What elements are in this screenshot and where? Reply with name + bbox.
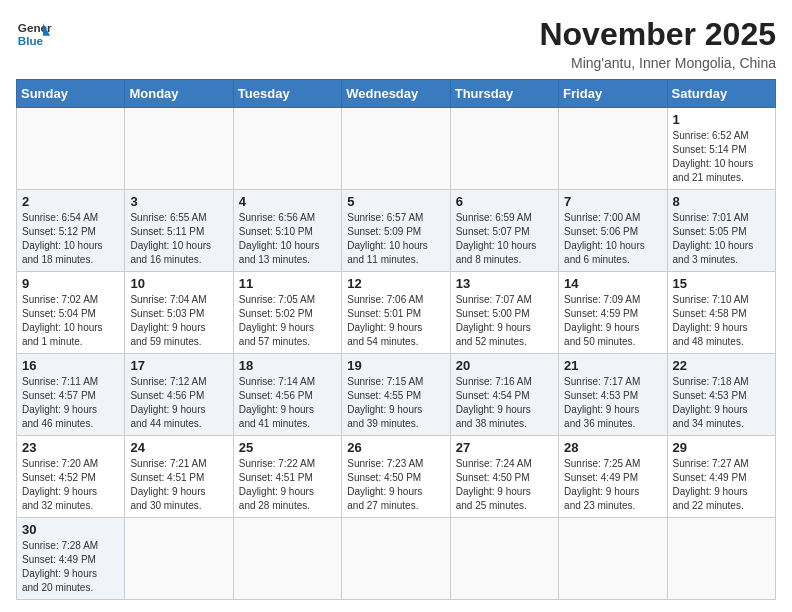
calendar-day-cell: 4Sunrise: 6:56 AM Sunset: 5:10 PM Daylig… [233, 190, 341, 272]
calendar-day-cell: 8Sunrise: 7:01 AM Sunset: 5:05 PM Daylig… [667, 190, 775, 272]
day-info: Sunrise: 7:27 AM Sunset: 4:49 PM Dayligh… [673, 457, 770, 513]
day-number: 6 [456, 194, 553, 209]
day-number: 17 [130, 358, 227, 373]
calendar-day-cell [17, 108, 125, 190]
calendar-day-cell [450, 518, 558, 600]
calendar-day-cell: 23Sunrise: 7:20 AM Sunset: 4:52 PM Dayli… [17, 436, 125, 518]
calendar-day-cell: 3Sunrise: 6:55 AM Sunset: 5:11 PM Daylig… [125, 190, 233, 272]
weekday-header: Wednesday [342, 80, 450, 108]
calendar-day-cell: 2Sunrise: 6:54 AM Sunset: 5:12 PM Daylig… [17, 190, 125, 272]
day-number: 25 [239, 440, 336, 455]
day-number: 16 [22, 358, 119, 373]
day-info: Sunrise: 7:14 AM Sunset: 4:56 PM Dayligh… [239, 375, 336, 431]
day-number: 12 [347, 276, 444, 291]
calendar-day-cell: 1Sunrise: 6:52 AM Sunset: 5:14 PM Daylig… [667, 108, 775, 190]
calendar-day-cell: 6Sunrise: 6:59 AM Sunset: 5:07 PM Daylig… [450, 190, 558, 272]
calendar-day-cell: 15Sunrise: 7:10 AM Sunset: 4:58 PM Dayli… [667, 272, 775, 354]
day-number: 1 [673, 112, 770, 127]
calendar-table: SundayMondayTuesdayWednesdayThursdayFrid… [16, 79, 776, 600]
calendar-day-cell: 11Sunrise: 7:05 AM Sunset: 5:02 PM Dayli… [233, 272, 341, 354]
calendar-day-cell [559, 518, 667, 600]
calendar-day-cell [342, 108, 450, 190]
day-info: Sunrise: 7:12 AM Sunset: 4:56 PM Dayligh… [130, 375, 227, 431]
calendar-day-cell: 28Sunrise: 7:25 AM Sunset: 4:49 PM Dayli… [559, 436, 667, 518]
weekday-header: Tuesday [233, 80, 341, 108]
calendar-day-cell: 18Sunrise: 7:14 AM Sunset: 4:56 PM Dayli… [233, 354, 341, 436]
day-info: Sunrise: 7:24 AM Sunset: 4:50 PM Dayligh… [456, 457, 553, 513]
calendar-day-cell [667, 518, 775, 600]
calendar-day-cell: 7Sunrise: 7:00 AM Sunset: 5:06 PM Daylig… [559, 190, 667, 272]
day-number: 5 [347, 194, 444, 209]
day-number: 7 [564, 194, 661, 209]
calendar-day-cell [450, 108, 558, 190]
day-number: 19 [347, 358, 444, 373]
day-info: Sunrise: 7:01 AM Sunset: 5:05 PM Dayligh… [673, 211, 770, 267]
day-info: Sunrise: 7:20 AM Sunset: 4:52 PM Dayligh… [22, 457, 119, 513]
day-info: Sunrise: 7:09 AM Sunset: 4:59 PM Dayligh… [564, 293, 661, 349]
calendar-day-cell: 13Sunrise: 7:07 AM Sunset: 5:00 PM Dayli… [450, 272, 558, 354]
day-info: Sunrise: 6:52 AM Sunset: 5:14 PM Dayligh… [673, 129, 770, 185]
calendar-day-cell: 22Sunrise: 7:18 AM Sunset: 4:53 PM Dayli… [667, 354, 775, 436]
day-info: Sunrise: 7:25 AM Sunset: 4:49 PM Dayligh… [564, 457, 661, 513]
day-info: Sunrise: 6:54 AM Sunset: 5:12 PM Dayligh… [22, 211, 119, 267]
day-info: Sunrise: 7:05 AM Sunset: 5:02 PM Dayligh… [239, 293, 336, 349]
location: Ming'antu, Inner Mongolia, China [539, 55, 776, 71]
header: General Blue November 2025 Ming'antu, In… [16, 16, 776, 71]
day-info: Sunrise: 7:06 AM Sunset: 5:01 PM Dayligh… [347, 293, 444, 349]
logo-icon: General Blue [16, 16, 52, 52]
day-number: 21 [564, 358, 661, 373]
day-number: 20 [456, 358, 553, 373]
calendar-day-cell: 10Sunrise: 7:04 AM Sunset: 5:03 PM Dayli… [125, 272, 233, 354]
day-number: 11 [239, 276, 336, 291]
day-number: 22 [673, 358, 770, 373]
day-number: 14 [564, 276, 661, 291]
day-info: Sunrise: 6:56 AM Sunset: 5:10 PM Dayligh… [239, 211, 336, 267]
day-number: 15 [673, 276, 770, 291]
day-info: Sunrise: 7:28 AM Sunset: 4:49 PM Dayligh… [22, 539, 119, 595]
day-number: 18 [239, 358, 336, 373]
calendar-day-cell: 5Sunrise: 6:57 AM Sunset: 5:09 PM Daylig… [342, 190, 450, 272]
day-info: Sunrise: 6:55 AM Sunset: 5:11 PM Dayligh… [130, 211, 227, 267]
day-number: 24 [130, 440, 227, 455]
calendar-week-row: 16Sunrise: 7:11 AM Sunset: 4:57 PM Dayli… [17, 354, 776, 436]
calendar-week-row: 9Sunrise: 7:02 AM Sunset: 5:04 PM Daylig… [17, 272, 776, 354]
calendar-day-cell [125, 518, 233, 600]
day-number: 2 [22, 194, 119, 209]
calendar-day-cell: 21Sunrise: 7:17 AM Sunset: 4:53 PM Dayli… [559, 354, 667, 436]
calendar-day-cell [125, 108, 233, 190]
day-info: Sunrise: 7:02 AM Sunset: 5:04 PM Dayligh… [22, 293, 119, 349]
weekday-header: Thursday [450, 80, 558, 108]
logo: General Blue [16, 16, 52, 52]
day-info: Sunrise: 6:57 AM Sunset: 5:09 PM Dayligh… [347, 211, 444, 267]
day-info: Sunrise: 7:17 AM Sunset: 4:53 PM Dayligh… [564, 375, 661, 431]
calendar-day-cell [233, 518, 341, 600]
calendar-day-cell: 30Sunrise: 7:28 AM Sunset: 4:49 PM Dayli… [17, 518, 125, 600]
calendar-day-cell: 17Sunrise: 7:12 AM Sunset: 4:56 PM Dayli… [125, 354, 233, 436]
calendar-day-cell: 9Sunrise: 7:02 AM Sunset: 5:04 PM Daylig… [17, 272, 125, 354]
calendar-day-cell: 19Sunrise: 7:15 AM Sunset: 4:55 PM Dayli… [342, 354, 450, 436]
day-info: Sunrise: 7:16 AM Sunset: 4:54 PM Dayligh… [456, 375, 553, 431]
title-area: November 2025 Ming'antu, Inner Mongolia,… [539, 16, 776, 71]
day-info: Sunrise: 7:15 AM Sunset: 4:55 PM Dayligh… [347, 375, 444, 431]
weekday-header: Sunday [17, 80, 125, 108]
calendar-day-cell: 25Sunrise: 7:22 AM Sunset: 4:51 PM Dayli… [233, 436, 341, 518]
day-info: Sunrise: 7:07 AM Sunset: 5:00 PM Dayligh… [456, 293, 553, 349]
calendar-day-cell: 20Sunrise: 7:16 AM Sunset: 4:54 PM Dayli… [450, 354, 558, 436]
calendar-body: 1Sunrise: 6:52 AM Sunset: 5:14 PM Daylig… [17, 108, 776, 600]
day-number: 10 [130, 276, 227, 291]
day-info: Sunrise: 7:10 AM Sunset: 4:58 PM Dayligh… [673, 293, 770, 349]
day-info: Sunrise: 7:04 AM Sunset: 5:03 PM Dayligh… [130, 293, 227, 349]
day-number: 4 [239, 194, 336, 209]
svg-text:Blue: Blue [18, 34, 44, 47]
day-number: 13 [456, 276, 553, 291]
day-number: 29 [673, 440, 770, 455]
calendar-day-cell [233, 108, 341, 190]
day-info: Sunrise: 7:11 AM Sunset: 4:57 PM Dayligh… [22, 375, 119, 431]
month-title: November 2025 [539, 16, 776, 53]
calendar-day-cell: 24Sunrise: 7:21 AM Sunset: 4:51 PM Dayli… [125, 436, 233, 518]
calendar-day-cell [342, 518, 450, 600]
calendar-week-row: 30Sunrise: 7:28 AM Sunset: 4:49 PM Dayli… [17, 518, 776, 600]
calendar-day-cell: 29Sunrise: 7:27 AM Sunset: 4:49 PM Dayli… [667, 436, 775, 518]
day-info: Sunrise: 7:18 AM Sunset: 4:53 PM Dayligh… [673, 375, 770, 431]
day-number: 26 [347, 440, 444, 455]
